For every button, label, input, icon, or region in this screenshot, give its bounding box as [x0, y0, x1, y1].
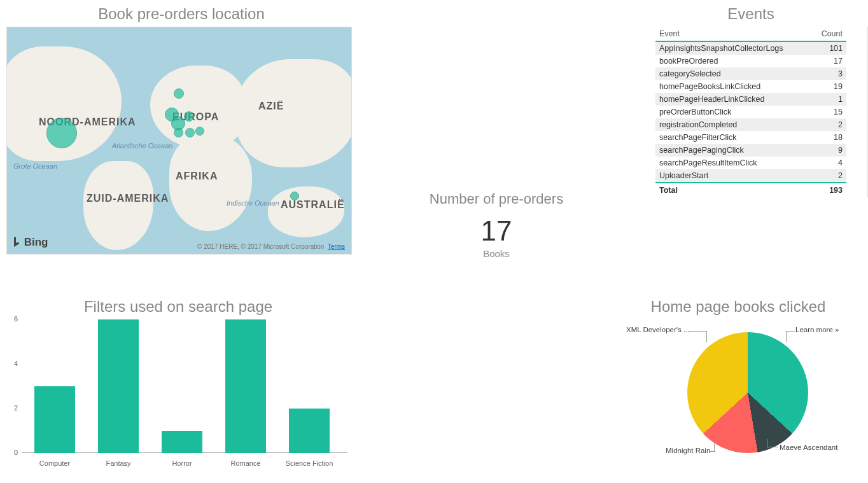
cell-event: searchPageResultItemClick	[655, 157, 812, 169]
bar[interactable]	[34, 386, 75, 453]
table-row[interactable]: homePageHeaderLinkClicked1	[655, 93, 846, 106]
cell-event: preOrderButtonClick	[655, 106, 812, 118]
cell-count: 1	[812, 93, 846, 106]
bar-category-label: Computer	[26, 459, 83, 467]
table-row[interactable]: UploaderStart2	[655, 169, 846, 183]
cell-event: homePageBooksLinkClicked	[655, 80, 812, 93]
cell-count: 19	[812, 80, 846, 93]
bar-category-label: Romance	[217, 459, 274, 467]
map-visual[interactable]: NOORD-AMERIKA ZUID-AMERIKA EUROPA AFRIKA…	[6, 27, 352, 255]
cell-event: searchPagePagingClick	[655, 144, 812, 157]
kpi-title: Number of pre-orders	[356, 191, 636, 207]
map-bubble[interactable]	[46, 118, 77, 148]
bar[interactable]	[289, 409, 330, 453]
cell-count: 9	[812, 144, 846, 157]
table-row[interactable]: searchPagePagingClick9	[655, 144, 846, 157]
y-tick: 4	[4, 360, 18, 367]
cell-count: 4	[812, 157, 846, 169]
cell-event: categorySelected	[655, 67, 812, 80]
bar[interactable]	[162, 431, 202, 453]
map-terms-link[interactable]: Terms	[328, 243, 345, 250]
pie-tile: Home page books clicked XML Developer's …	[611, 293, 865, 466]
cell-event: homePageHeaderLinkClicked	[655, 93, 812, 106]
map-bubble[interactable]	[174, 128, 183, 137]
table-row[interactable]: bookPreOrdered17	[655, 55, 846, 67]
map-bubble[interactable]	[185, 128, 195, 137]
y-tick: 6	[4, 315, 18, 323]
pie-label-maeve: Maeve Ascendant	[780, 444, 837, 451]
table-row[interactable]: AppInsightsSnapshotCollectorLogs101	[655, 41, 846, 55]
table-row[interactable]: preOrderButtonClick15	[655, 106, 846, 118]
map-copyright: © 2017 HERE, © 2017 Microsoft Corporatio…	[197, 243, 345, 250]
kpi-tile: Number of pre-orders 17 Books	[356, 191, 636, 259]
kpi-value: 17	[356, 215, 636, 247]
cell-count: 101	[812, 41, 846, 55]
total-label: Total	[655, 183, 812, 197]
pie-label-midnight: Midnight Rain	[666, 447, 710, 454]
bar-tile: Filters used on search page ComputerFant…	[0, 293, 356, 472]
events-title: Events	[655, 0, 865, 27]
bar[interactable]	[225, 319, 266, 453]
bar-category-label: Fantasy	[90, 459, 147, 467]
cell-count: 3	[812, 67, 846, 80]
bar-title: Filters used on search page	[0, 293, 356, 319]
bar[interactable]	[98, 319, 139, 453]
total-value: 193	[812, 183, 846, 197]
map-bubble[interactable]	[195, 127, 204, 136]
cell-count: 2	[812, 118, 846, 131]
pie-chart[interactable]: XML Developer's ... Learn more » Maeve A…	[611, 319, 865, 466]
map-bubble[interactable]	[290, 192, 299, 200]
map-bubble[interactable]	[174, 88, 184, 99]
map-bubble[interactable]	[184, 111, 194, 122]
cell-event: UploaderStart	[655, 169, 812, 183]
table-row[interactable]: searchPageFilterClick18	[655, 131, 846, 144]
y-tick: 2	[4, 404, 18, 412]
pie-label-learn: Learn more »	[795, 326, 839, 333]
cell-event: registrationCompleted	[655, 118, 812, 131]
col-count[interactable]: Count	[812, 27, 846, 41]
label-atlantic: Atlantische Oceaan	[112, 142, 172, 150]
bing-logo: Bing	[12, 236, 48, 249]
cell-event: searchPageFilterClick	[655, 131, 812, 144]
cell-event: bookPreOrdered	[655, 55, 812, 67]
label-grote: Grote Oceaan	[13, 162, 57, 170]
cell-count: 15	[812, 106, 846, 118]
cell-count: 2	[812, 169, 846, 183]
map-title: Book pre-orders location	[6, 0, 356, 27]
bar-category-label: Science Fiction	[281, 459, 338, 467]
cell-event: AppInsightsSnapshotCollectorLogs	[655, 41, 812, 55]
cell-count: 18	[812, 131, 846, 144]
col-event[interactable]: Event	[655, 27, 812, 41]
cell-count: 17	[812, 55, 846, 67]
events-tile: Events Event Count AppInsightsSnapshotCo…	[655, 0, 865, 197]
table-row[interactable]: homePageBooksLinkClicked19	[655, 80, 846, 93]
events-table[interactable]: Event Count AppInsightsSnapshotCollector…	[655, 27, 846, 197]
y-tick: 0	[4, 449, 18, 456]
pie-label-xml: XML Developer's ...	[626, 326, 690, 333]
bar-category-label: Horror	[153, 459, 211, 467]
table-row[interactable]: categorySelected3	[655, 67, 846, 80]
table-row[interactable]: registrationCompleted2	[655, 118, 846, 131]
pie-title: Home page books clicked	[611, 293, 865, 319]
map-tile: Book pre-orders location NOORD-AMERIKA Z…	[6, 0, 356, 255]
pie-graphic[interactable]	[687, 332, 808, 453]
kpi-sublabel: Books	[356, 248, 636, 259]
table-row[interactable]: searchPageResultItemClick4	[655, 157, 846, 169]
bar-chart[interactable]: ComputerFantasyHorrorRomanceScience Fict…	[4, 319, 354, 472]
